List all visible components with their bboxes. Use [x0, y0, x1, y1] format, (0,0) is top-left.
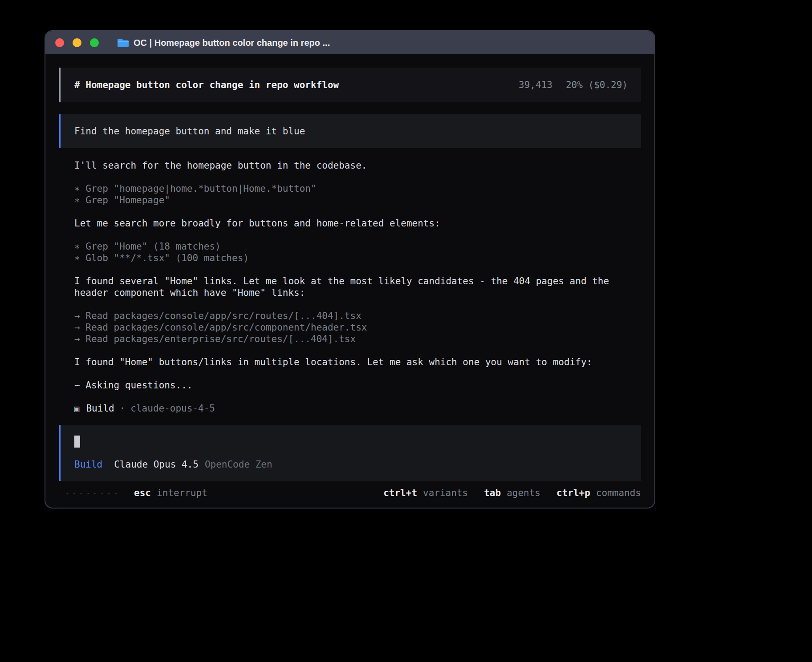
agent-line: ▣ Build · claude-opus-4-5 — [74, 403, 641, 414]
prompt-input[interactable]: Build Claude Opus 4.5 OpenCode Zen — [59, 425, 641, 481]
user-message-text: Find the homepage button and make it blu… — [74, 126, 305, 137]
tool-call-read: → Read packages/enterprise/src/routes/[.… — [74, 333, 641, 345]
agent-icon: ▣ — [74, 403, 79, 414]
input-footer: Build Claude Opus 4.5 OpenCode Zen — [74, 459, 628, 470]
tool-call-grep: ∗ Grep "homepage|home.*button|Home.*butt… — [74, 183, 641, 194]
assistant-transcript: I'll search for the homepage button in t… — [59, 160, 641, 414]
label-interrupt: interrupt — [157, 487, 207, 499]
progress-dots: ········ — [65, 488, 121, 500]
hint-interrupt: esc interrupt — [134, 487, 207, 499]
session-header: # Homepage button color change in repo w… — [59, 68, 641, 102]
label-commands: commands — [596, 487, 641, 499]
key-ctrl-p: ctrl+p — [556, 487, 590, 499]
tool-call-group: ∗ Grep "homepage|home.*button|Home.*butt… — [74, 183, 641, 206]
tool-call-grep: ∗ Grep "Homepage" — [74, 194, 641, 206]
model-indicator: Claude Opus 4.5 — [114, 459, 199, 470]
agent-name: Build — [86, 403, 114, 414]
key-tab: tab — [484, 487, 501, 499]
minimize-button[interactable] — [73, 38, 81, 47]
provider-indicator: OpenCode Zen — [205, 459, 272, 470]
window-title: OC | Homepage button color change in rep… — [134, 38, 330, 48]
terminal-window: OC | Homepage button color change in rep… — [45, 30, 655, 509]
token-count: 39,413 — [519, 79, 552, 91]
tool-call-glob: ∗ Glob "**/*.tsx" (100 matches) — [74, 252, 641, 264]
hint-agents: tab agents — [484, 487, 540, 499]
mode-indicator[interactable]: Build — [74, 459, 102, 470]
label-variants: variants — [423, 487, 468, 499]
titlebar-title-group: OC | Homepage button color change in rep… — [117, 38, 330, 48]
user-message: Find the homepage button and make it blu… — [59, 114, 641, 148]
tool-call-read: → Read packages/console/app/src/componen… — [74, 322, 641, 333]
status-bar: ········ esc interrupt ctrl+t variants t… — [59, 487, 641, 500]
hint-variants: ctrl+t variants — [383, 487, 468, 499]
key-ctrl-t: ctrl+t — [383, 487, 417, 499]
hint-commands: ctrl+p commands — [556, 487, 641, 499]
status-bar-left: ········ esc interrupt — [65, 487, 207, 500]
tool-call-grep: ∗ Grep "Home" (18 matches) — [74, 241, 641, 252]
session-stats: 39,413 20% ($0.29) — [519, 79, 628, 91]
traffic-lights — [55, 38, 107, 47]
label-agents: agents — [507, 487, 540, 499]
status-bar-right: ctrl+t variants tab agents ctrl+p comman… — [383, 487, 641, 499]
assistant-message: I found "Home" buttons/links in multiple… — [74, 356, 624, 368]
assistant-message: Let me search more broadly for buttons a… — [74, 218, 624, 229]
agent-separator: · — [120, 403, 126, 414]
tool-call-group: → Read packages/console/app/src/routes/[… — [74, 310, 641, 345]
tool-call-read: → Read packages/console/app/src/routes/[… — [74, 310, 641, 322]
zoom-button[interactable] — [90, 38, 99, 47]
text-cursor — [74, 436, 80, 448]
agent-model: claude-opus-4-5 — [130, 403, 215, 414]
session-title: # Homepage button color change in repo w… — [74, 79, 339, 91]
key-esc: esc — [134, 487, 151, 499]
terminal-content: # Homepage button color change in repo w… — [45, 54, 654, 500]
working-status: ~ Asking questions... — [74, 379, 641, 391]
close-button[interactable] — [55, 38, 64, 47]
assistant-message: I found several "Home" links. Let me loo… — [74, 275, 624, 299]
window-titlebar[interactable]: OC | Homepage button color change in rep… — [45, 31, 654, 54]
context-usage: 20% ($0.29) — [566, 79, 628, 91]
assistant-message: I'll search for the homepage button in t… — [74, 160, 624, 171]
folder-icon — [117, 38, 129, 48]
tool-call-group: ∗ Grep "Home" (18 matches) ∗ Glob "**/*.… — [74, 241, 641, 264]
